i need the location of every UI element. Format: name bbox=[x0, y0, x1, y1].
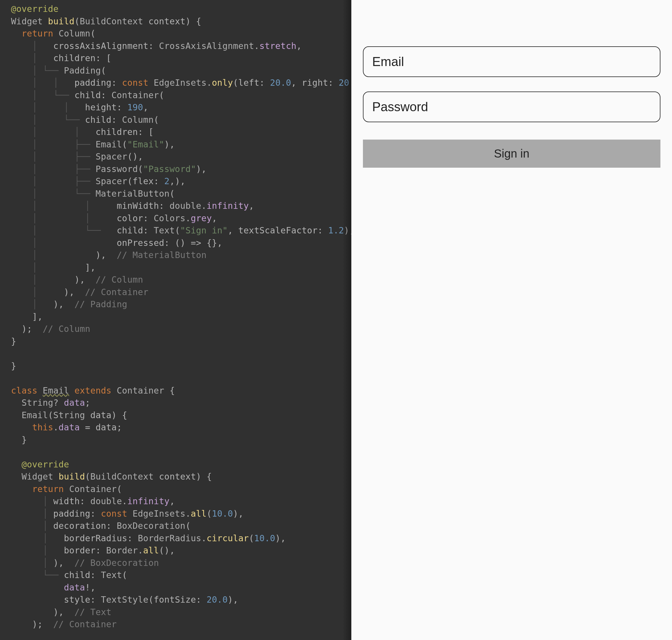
app-preview-pane: Email Password Sign in bbox=[351, 0, 672, 640]
password-field[interactable]: Password bbox=[363, 91, 660, 122]
code-block[interactable]: @override Widget build(BuildContext cont… bbox=[0, 0, 351, 640]
code-editor-pane[interactable]: @override Widget build(BuildContext cont… bbox=[0, 0, 351, 640]
sign-in-button[interactable]: Sign in bbox=[363, 140, 660, 168]
email-field[interactable]: Email bbox=[363, 46, 660, 77]
